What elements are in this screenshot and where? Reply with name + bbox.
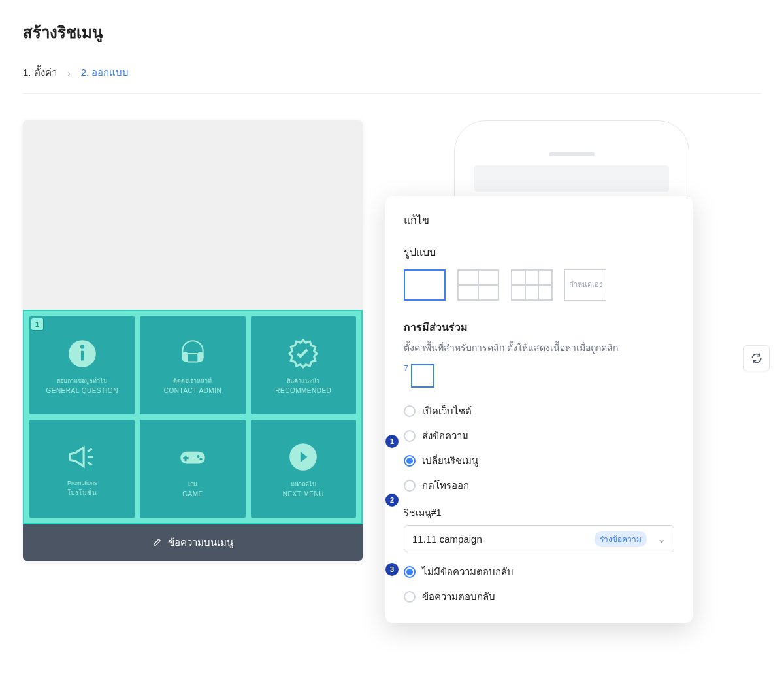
action-label: เปลี่ยนริชเมนู [422,453,478,469]
grid-cell[interactable]: เกม GAME [140,420,245,518]
cell-label-th: สินค้าแนะนำ [287,377,319,386]
richmenu-select[interactable]: 11.11 campaign ร่างข้อความ ⌄ [404,525,674,552]
cell-label-en: NEXT MENU [283,490,324,497]
reply-radio-none[interactable]: ไม่มีข้อความตอบกลับ [404,564,674,580]
grid-cell[interactable]: หน้าถัดไป NEXT MENU [251,420,356,518]
cell-label-en: RECOMMENDED [275,387,331,394]
richmenu-grid-area[interactable]: 1 สอบถามข้อมูลทั่วไป GENERAL QUESTION [23,310,363,524]
action-label: กดโทรออก [422,478,469,494]
gamepad-icon [176,441,209,473]
info-icon [66,337,99,370]
chevron-right-icon: › [67,67,71,78]
menu-bar-label: ข้อความบนเมนู [168,535,233,550]
step-bubble-2: 2 [385,494,399,507]
engagement-description: ตั้งค่าพื้นที่สำหรับการคลิก ตั้งให้แสดงเ… [404,341,674,355]
draft-badge: ร่างข้อความ [595,531,647,547]
cell-label-th: เกม [188,480,197,489]
grid-cell[interactable]: สอบถามข้อมูลทั่วไป GENERAL QUESTION [29,316,135,414]
grid-cell[interactable]: Promotions โปรโมชั่น [29,420,135,518]
svg-point-7 [197,454,199,457]
layout-option-3x2[interactable] [511,269,553,301]
richmenu-preview: 1 สอบถามข้อมูลทั่วไป GENERAL QUESTION [23,120,363,561]
step-bubble-3: 3 [385,563,399,576]
badge-icon [287,337,319,370]
breadcrumb-step-2[interactable]: 2. ออกแบบ [81,65,129,80]
cell-label-th: สอบถามข้อมูลทั่วไป [57,377,107,386]
layout-option-2x2[interactable] [457,269,499,301]
breadcrumb-step-1[interactable]: 1. ตั้งค่า [23,65,57,80]
phone-header-bar [474,165,669,192]
refresh-icon [750,352,763,365]
action-radio-call[interactable]: กดโทรออก [404,478,674,494]
action-radio-open-website[interactable]: เปิดเว็บไซต์ [404,403,674,419]
layout-option-1x1[interactable] [404,269,446,301]
action-radio-send-message[interactable]: ส่งข้อความ [404,428,674,444]
selected-area-badge: 1 [31,318,44,331]
step-bubble-1: 1 [385,435,399,448]
richmenu-select-label: ริชเมนู#1 [404,505,674,520]
headset-icon [176,337,209,370]
area-box[interactable] [411,364,434,388]
menu-bar-button[interactable]: ข้อความบนเมนู [23,524,363,561]
area-index: 7 [404,364,408,373]
reply-label: ไม่มีข้อความตอบกลับ [422,564,514,580]
reply-label: ข้อความตอบกลับ [422,589,495,605]
layout-label: รูปแบบ [404,244,674,260]
pencil-icon [152,538,161,547]
arrow-right-circle-icon [287,441,319,473]
cell-label-th: Promotions [67,480,97,486]
cell-label-en: GAME [182,490,203,497]
layout-option-custom[interactable]: กำหนดเอง [564,269,606,301]
chevron-down-icon: ⌄ [657,533,666,545]
svg-point-2 [80,345,84,348]
svg-rect-1 [81,350,84,360]
action-radio-switch-richmenu[interactable]: เปลี่ยนริชเมนู [404,453,674,469]
cell-label-en: CONTACT ADMIN [164,387,221,394]
edit-popover: แก้ไข รูปแบบ กำหนดเอง การมีส่วนร่วม ตั้ง… [385,196,693,623]
cell-label-th: ติดต่อเจ้าหน้าที่ [173,377,212,386]
cell-label-en: GENERAL QUESTION [46,387,118,394]
megaphone-icon [66,441,99,473]
select-value: 11.11 campaign [412,533,482,545]
cell-label-en: โปรโมชั่น [67,488,97,497]
grid-cell[interactable]: สินค้าแนะนำ RECOMMENDED [251,316,356,414]
reply-radio-message[interactable]: ข้อความตอบกลับ [404,589,674,605]
breadcrumb: 1. ตั้งค่า › 2. ออกแบบ [23,65,761,80]
phone-speaker [549,152,595,156]
svg-point-8 [199,458,202,460]
engagement-title: การมีส่วนร่วม [404,319,674,335]
cell-label-th: หน้าถัดไป [291,480,316,489]
action-label: เปิดเว็บไซต์ [422,403,472,419]
divider [23,93,761,94]
grid-cell[interactable]: ติดต่อเจ้าหน้าที่ CONTACT ADMIN [140,316,245,414]
page-title: สร้างริชเมนู [23,20,761,45]
action-label: ส่งข้อความ [422,428,468,444]
refresh-button[interactable] [743,345,770,371]
svg-rect-3 [188,354,199,362]
svg-rect-6 [183,457,188,459]
popover-title: แก้ไข [404,212,674,228]
